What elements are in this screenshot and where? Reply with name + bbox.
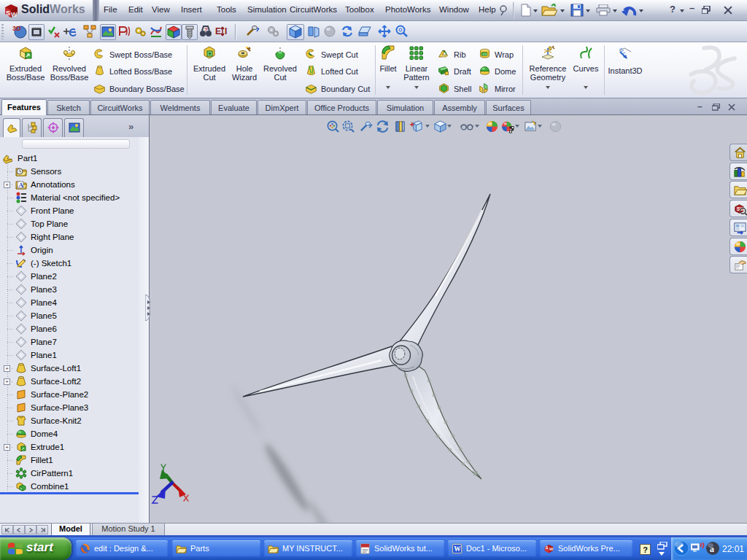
svg-text:S: S [546,545,549,550]
svg-text:CO: CO [483,52,488,56]
svg-text:W: W [549,547,554,551]
svg-text:W: W [11,11,18,18]
svg-text:S: S [6,9,10,17]
svg-text:3D: 3D [12,25,21,32]
svg-text:I: I [225,26,227,36]
svg-text:W: W [454,545,461,553]
svg-text:A: A [19,182,24,189]
svg-text:E: E [215,26,221,36]
svg-text:a: a [710,544,714,554]
svg-text:?: ? [204,26,208,33]
